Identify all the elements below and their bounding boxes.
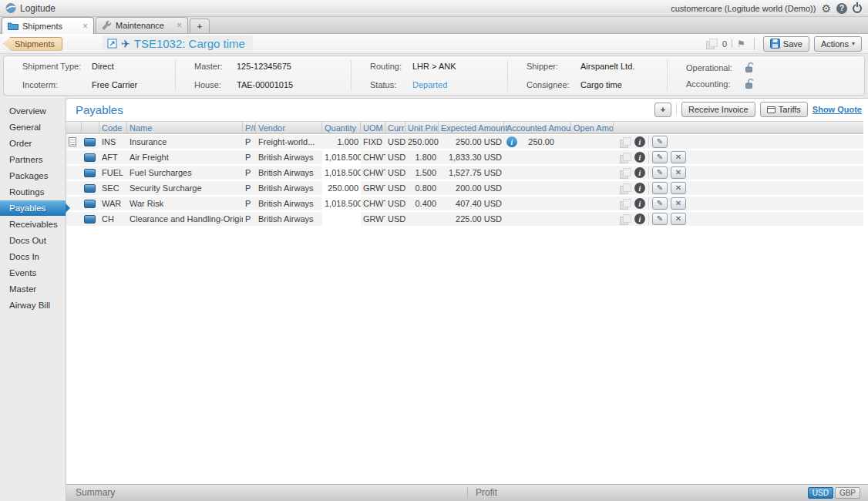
tab-maintenance[interactable]: Maintenance × (96, 17, 188, 33)
charge-info-icon[interactable]: i (634, 214, 645, 224)
currency-gbp-button[interactable]: GBP (835, 487, 860, 499)
sidebar-item-general[interactable]: General (0, 119, 66, 135)
invoice-info-icon[interactable]: i (506, 136, 517, 147)
accounting-unlock-icon[interactable] (744, 78, 755, 89)
charge-info-icon[interactable]: i (634, 167, 645, 178)
save-button[interactable]: Save (763, 36, 809, 52)
edit-charge-button[interactable]: ✎ (652, 213, 668, 225)
logo-globe-icon (5, 2, 17, 14)
flag-icon[interactable]: ⚑ (737, 39, 745, 49)
cell-quantity[interactable]: 1,018.500 (322, 166, 361, 180)
edit-charge-button[interactable]: ✎ (652, 182, 668, 194)
cell-quantity[interactable]: 250.000 (322, 181, 361, 195)
col-vendor[interactable]: Vendor (256, 122, 322, 133)
col-expected-amount[interactable]: Expected Amount (439, 122, 504, 133)
table-row-aft[interactable]: AFT Air Freight P British Airways 1,018.… (66, 150, 863, 165)
table-row-ins[interactable]: INS Insurance P Freight-world... 1.000 F… (66, 135, 863, 150)
user-account-label: customercare (Logitude world (Demo)) (671, 4, 816, 13)
delete-charge-button[interactable]: ✕ (671, 182, 686, 194)
currency-usd-button[interactable]: USD (808, 487, 833, 499)
sidebar-item-partners[interactable]: Partners (0, 152, 66, 167)
table-row-war[interactable]: WAR War Risk P British Airways 1,018.500… (66, 197, 863, 211)
receive-invoice-button[interactable]: Receive Invoice (681, 102, 755, 117)
cell-accounted-amount (504, 212, 571, 226)
folder-icon (8, 22, 19, 30)
edit-charge-button[interactable]: ✎ (652, 151, 668, 163)
sidebar-item-overview[interactable]: Overview (0, 103, 66, 119)
charge-info-icon[interactable]: i (634, 183, 645, 193)
charge-info-icon[interactable]: i (634, 198, 645, 209)
cell-open-amount (571, 212, 614, 226)
col-curr[interactable]: Curr (385, 122, 405, 133)
cell-expected-amount: 407.40 USD (439, 197, 504, 210)
charge-info-icon[interactable]: i (634, 136, 645, 147)
col-accounted-amount[interactable]: Accounted Amount (504, 122, 571, 133)
operational-unlock-icon[interactable] (744, 62, 755, 73)
open-in-window-icon[interactable] (107, 39, 117, 49)
sidebar-item-master[interactable]: Master (0, 281, 66, 297)
settings-gear-icon[interactable]: ⚙ (821, 3, 831, 14)
col-open-amount[interactable]: Open Amount (571, 122, 614, 133)
cell-quantity[interactable] (322, 212, 361, 226)
show-quote-link[interactable]: Show Quote (812, 105, 862, 114)
help-icon[interactable]: ? (836, 3, 847, 14)
col-quantity[interactable]: Quantity (322, 122, 361, 133)
cell-pc: P (243, 181, 256, 195)
cell-code: AFT (99, 150, 127, 164)
sidebar-item-receivables[interactable]: Receivables (0, 217, 66, 232)
actions-button[interactable]: Actions ▾ (814, 36, 862, 52)
back-to-shipments-button[interactable]: Shipments (3, 37, 62, 51)
summary-section[interactable]: Summary (66, 487, 467, 498)
col-unit-price[interactable]: Unit Price (405, 122, 439, 133)
tab-close-icon[interactable]: × (177, 21, 182, 30)
cell-pc: P (243, 150, 256, 164)
sidebar-item-packages[interactable]: Packages (0, 168, 66, 183)
sidebar-item-airway-bill[interactable]: Airway Bill (0, 298, 66, 313)
col-name[interactable]: Name (127, 122, 243, 133)
tariffs-button[interactable]: Tariffs (760, 102, 808, 117)
delete-charge-button[interactable]: ✕ (671, 151, 686, 163)
cell-vendor: British Airways (256, 166, 322, 180)
sidebar-item-order[interactable]: Order (0, 136, 66, 151)
table-row-sec[interactable]: SEC Security Surcharge P British Airways… (66, 181, 863, 196)
cell-pc: P (243, 166, 256, 180)
page-title: Payables (76, 103, 123, 116)
cell-vendor: Freight-world... (256, 135, 322, 149)
edit-charge-button[interactable]: ✎ (652, 197, 668, 210)
shipment-type-value: Direct (92, 62, 114, 71)
divider (732, 39, 732, 48)
cell-curr: USD (385, 181, 405, 195)
sidebar-item-routings[interactable]: Routings (0, 184, 66, 200)
tab-close-icon[interactable]: × (82, 22, 88, 31)
new-tab-button[interactable]: + (190, 18, 210, 33)
col-pc[interactable]: P/C (243, 122, 256, 133)
cell-code: FUEL (99, 166, 127, 180)
sidebar-item-events[interactable]: Events (0, 265, 66, 281)
col-code[interactable]: Code (99, 122, 127, 133)
copy-charge-icon (620, 168, 631, 178)
logout-power-icon[interactable] (853, 4, 862, 13)
shipment-info-panel: Shipment Type:Direct Incoterm:Free Carri… (3, 55, 865, 96)
sidebar-item-docs-in[interactable]: Docs In (0, 249, 66, 264)
copy-charge-icon (620, 214, 631, 224)
profit-section[interactable]: Profit (476, 487, 808, 498)
delete-charge-button[interactable]: ✕ (671, 166, 686, 179)
edit-charge-button[interactable]: ✎ (652, 166, 668, 179)
sidebar-item-docs-out[interactable]: Docs Out (0, 233, 66, 248)
table-row-ch[interactable]: CH Clearance and Handling-Origin P Briti… (66, 212, 863, 227)
divider (648, 197, 649, 210)
cell-curr: USD (385, 212, 405, 226)
edit-charge-button[interactable]: ✎ (652, 136, 668, 148)
table-row-fuel[interactable]: FUEL Fuel Surcharges P British Airways 1… (66, 166, 863, 180)
col-uom[interactable]: UOM (361, 122, 385, 133)
cell-quantity[interactable]: 1,018.500 (322, 197, 361, 210)
add-charge-button[interactable]: + (654, 103, 671, 117)
sidebar-item-payables[interactable]: Payables (0, 200, 66, 216)
cell-quantity[interactable]: 1,018.500 (322, 150, 361, 164)
tab-shipments[interactable]: Shipments × (2, 17, 94, 34)
status-value[interactable]: Departed (412, 80, 447, 89)
delete-charge-button[interactable]: ✕ (671, 213, 686, 225)
tab-label: Shipments (22, 22, 79, 31)
delete-charge-button[interactable]: ✕ (671, 197, 686, 210)
charge-info-icon[interactable]: i (634, 152, 645, 163)
